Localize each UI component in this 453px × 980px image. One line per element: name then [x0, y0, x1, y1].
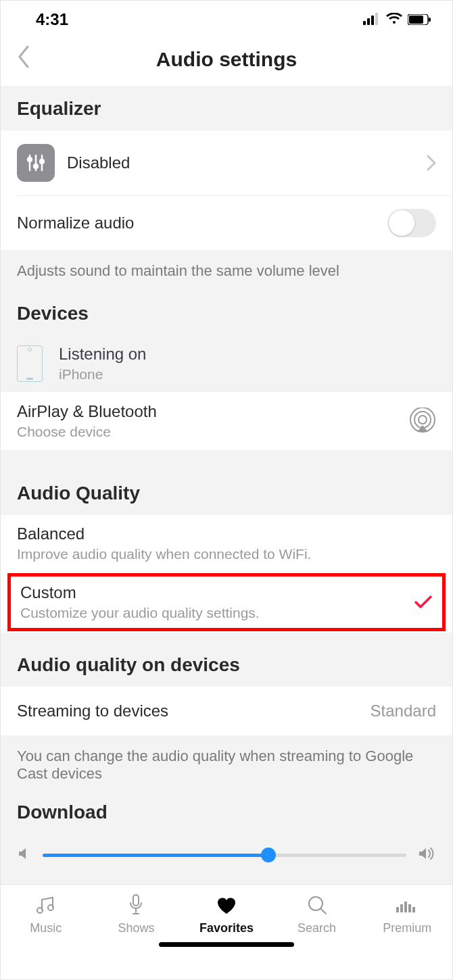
phone-icon: [17, 345, 43, 382]
svg-rect-2: [371, 16, 374, 25]
wifi-icon: [386, 10, 402, 29]
equalizer-icon: [17, 144, 55, 182]
home-indicator[interactable]: [1, 937, 452, 954]
svg-point-13: [419, 416, 427, 424]
page-title: Audio settings: [156, 48, 297, 71]
normalize-switch[interactable]: [387, 209, 436, 237]
listening-label: Listening on: [59, 345, 436, 364]
svg-rect-3: [375, 13, 378, 25]
volume-high-icon[interactable]: [417, 846, 436, 864]
highlight-custom: Custom Customize your audio quality sett…: [7, 573, 446, 631]
svg-rect-1: [367, 18, 370, 25]
volume-slider[interactable]: [43, 854, 406, 857]
svg-rect-24: [408, 904, 411, 912]
back-button[interactable]: [17, 45, 30, 71]
svg-rect-25: [412, 907, 415, 912]
airplay-sub: Choose device: [17, 424, 401, 440]
nav-bar: Audio settings: [1, 36, 452, 86]
section-quality-devices-header: Audio quality on devices: [1, 633, 452, 687]
svg-rect-5: [409, 16, 423, 24]
music-icon: [35, 893, 57, 917]
tab-shows-label: Shows: [118, 921, 154, 935]
row-airplay-bluetooth[interactable]: AirPlay & Bluetooth Choose device: [1, 392, 452, 450]
svg-point-10: [28, 157, 32, 162]
airplay-label: AirPlay & Bluetooth: [17, 402, 401, 421]
volume-thumb[interactable]: [261, 848, 276, 862]
section-download-header: Download: [1, 799, 452, 829]
tab-bar: Music Shows Favorites Search Premium: [1, 884, 452, 937]
svg-rect-6: [429, 18, 431, 22]
svg-point-11: [34, 164, 38, 168]
tab-music-label: Music: [30, 921, 62, 935]
section-quality-header: Audio Quality: [1, 480, 452, 515]
svg-point-12: [40, 160, 44, 164]
chevron-left-icon: [17, 45, 30, 68]
battery-icon: [408, 10, 431, 29]
microphone-icon: [128, 893, 144, 917]
volume-low-icon[interactable]: [17, 846, 32, 864]
streaming-description: You can change the audio quality when st…: [1, 735, 452, 799]
tab-premium[interactable]: Premium: [362, 893, 452, 935]
tab-shows[interactable]: Shows: [91, 893, 182, 935]
svg-rect-23: [404, 902, 407, 912]
svg-line-20: [321, 909, 326, 914]
equalizer-value: Disabled: [67, 153, 419, 172]
svg-rect-18: [133, 895, 139, 906]
streaming-label: Streaming to devices: [17, 702, 371, 720]
row-quality-custom[interactable]: Custom Customize your audio quality sett…: [11, 577, 442, 628]
heart-icon: [215, 893, 238, 917]
airplay-icon: [409, 408, 436, 435]
premium-icon: [395, 893, 419, 917]
normalize-description: Adjusts sound to maintain the same volum…: [1, 250, 452, 287]
normalize-label: Normalize audio: [17, 214, 387, 232]
custom-label: Custom: [20, 583, 406, 602]
listening-device: iPhone: [59, 366, 436, 383]
cellular-icon: [363, 10, 381, 29]
row-normalize-audio[interactable]: Normalize audio: [1, 196, 452, 250]
balanced-label: Balanced: [17, 524, 436, 543]
tab-favorites[interactable]: Favorites: [181, 893, 272, 935]
volume-fill: [43, 854, 268, 857]
section-gap: [1, 450, 452, 480]
streaming-value: Standard: [371, 702, 436, 720]
status-bar: 4:31: [1, 1, 452, 36]
row-quality-balanced[interactable]: Balanced Improve audio quality when conn…: [1, 515, 452, 572]
row-streaming-devices[interactable]: Streaming to devices Standard: [1, 687, 452, 735]
status-icons: [363, 10, 431, 29]
tab-search-label: Search: [297, 921, 336, 935]
tab-search[interactable]: Search: [272, 893, 362, 935]
section-equalizer-header: Equalizer: [1, 86, 452, 130]
custom-sub: Customize your audio quality settings.: [20, 605, 406, 621]
row-equalizer[interactable]: Disabled: [1, 130, 452, 195]
row-listening-on: Listening on iPhone: [1, 335, 452, 392]
svg-point-19: [309, 897, 323, 910]
chevron-right-icon: [427, 155, 436, 171]
search-icon: [306, 893, 328, 917]
checkmark-icon: [414, 595, 433, 610]
svg-rect-22: [400, 904, 403, 912]
tab-premium-label: Premium: [383, 921, 431, 935]
status-time: 4:31: [36, 10, 68, 29]
tab-music[interactable]: Music: [1, 893, 91, 935]
svg-rect-0: [363, 21, 366, 25]
volume-control: [1, 829, 452, 884]
tab-favorites-label: Favorites: [199, 921, 254, 935]
svg-rect-21: [396, 907, 399, 912]
balanced-sub: Improve audio quality when connected to …: [17, 546, 436, 562]
section-devices-header: Devices: [1, 287, 452, 335]
